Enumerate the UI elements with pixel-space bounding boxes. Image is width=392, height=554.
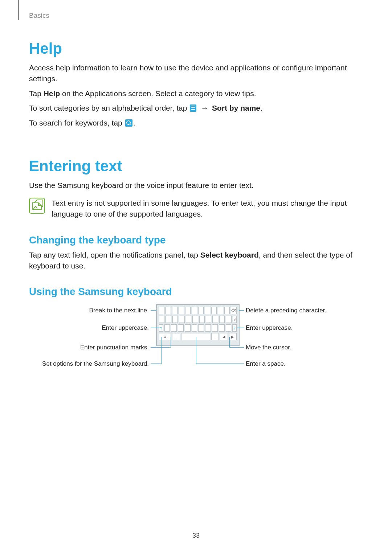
key-generic [179,316,184,323]
key-settings: ⚙ [159,333,171,340]
keyboard-graphic: ⌫ ↲ ⇧ ⇧ ⚙ , . ◀ ▶ [156,304,240,346]
arrow-icon: → [201,104,208,112]
text-fragment: To sort categories by an alphabetical or… [29,104,189,112]
key-enter: ↲ [233,316,237,323]
breadcrumb: Basics [29,12,49,20]
key-generic [178,324,184,332]
bold-sort-by-name: Sort by name [212,104,260,112]
key-generic [218,307,223,314]
key-generic [164,324,170,332]
lead-line [229,347,244,348]
callout-delete-char: Delete a preceding character. [246,307,326,314]
key-cursor-left: ◀ [220,333,228,340]
note-text: Text entry is not supported in some lang… [52,198,363,220]
bold-select-keyboard: Select keyboard [200,251,259,259]
heading-changing-keyboard-type: Changing the keyboard type [29,234,363,246]
key-comma: , [172,333,180,340]
callout-settings: Set options for the Samsung keyboard. [29,360,149,368]
key-generic [192,324,197,332]
text-fragment: Tap any text field, open the notificatio… [29,251,200,259]
key-generic [219,316,225,323]
help-paragraph-1: Access help information to learn how to … [29,62,363,85]
help-paragraph-4: To search for keywords, tap . [29,118,363,128]
keyboard-diagram: ⌫ ↲ ⇧ ⇧ ⚙ , . ◀ ▶ Break to the next line… [29,304,363,395]
key-generic [211,307,217,314]
lead-line [196,364,244,364]
key-generic [171,324,177,332]
bold-help: Help [44,89,60,98]
callout-move-cursor: Move the cursor. [246,344,291,351]
key-generic [179,307,184,314]
text-fragment: Tap [29,89,44,98]
lead-line [151,364,162,364]
heading-help: Help [29,40,363,57]
entering-paragraph-1: Use the Samsung keyboard or the voice in… [29,180,363,191]
key-generic [205,324,211,332]
key-generic [219,324,225,332]
key-generic [192,316,198,323]
key-generic [159,307,164,314]
menu-icon [190,104,196,112]
key-generic [172,316,178,323]
key-generic [159,316,164,323]
key-generic [212,324,218,332]
key-generic [166,316,171,323]
key-generic [166,307,171,314]
key-generic [226,316,231,323]
key-backspace: ⌫ [231,307,237,314]
key-generic [185,307,191,314]
key-generic [205,307,210,314]
note-icon [29,198,45,214]
key-generic [186,316,191,323]
key-generic [224,307,230,314]
text-fragment: To search for keywords, tap [29,119,124,127]
help-paragraph-2: Tap Help on the Applications screen. Sel… [29,88,363,99]
text-fragment: . [260,104,262,112]
key-generic [199,316,205,323]
heading-entering-text: Entering text [29,157,363,175]
lead-line [196,337,196,364]
key-generic [226,324,232,332]
key-generic [206,316,211,323]
callout-enter-uppercase-right: Enter uppercase. [246,324,293,332]
lead-line [239,310,244,311]
text-fragment: . [133,119,135,127]
help-paragraph-3: To sort categories by an alphabetical or… [29,103,363,114]
lead-line [171,337,171,347]
note-row: Text entry is not supported in some lang… [29,198,363,220]
lead-line [237,328,244,328]
key-generic [185,324,191,332]
callout-punctuation: Enter punctuation marks. [29,344,149,351]
lead-line [151,310,156,311]
lead-line [151,347,171,348]
callout-enter-uppercase-left: Enter uppercase. [29,324,149,332]
key-generic [198,324,204,332]
lead-line [151,328,160,328]
header-tab-line [18,0,19,20]
lead-line [229,337,230,347]
key-shift-right: ⇧ [232,324,237,332]
lead-line [162,337,162,364]
key-generic [192,307,197,314]
callout-enter-space: Enter a space. [246,360,286,368]
page-content: Help Access help information to learn ho… [0,0,392,409]
search-icon [125,119,132,127]
key-shift-left: ⇧ [159,324,163,332]
heading-using-samsung-keyboard: Using the Samsung keyboard [29,286,363,297]
page-number: 33 [0,532,392,539]
key-cursor-right: ▶ [229,333,237,340]
callout-break-line: Break to the next line. [29,307,149,314]
key-generic [172,307,177,314]
key-space [181,333,210,340]
key-generic [212,316,218,323]
changing-paragraph-1: Tap any text field, open the notificatio… [29,250,363,272]
key-period: . [211,333,219,340]
text-fragment: on the Applications screen. Select a cat… [60,89,256,98]
key-generic [198,307,204,314]
